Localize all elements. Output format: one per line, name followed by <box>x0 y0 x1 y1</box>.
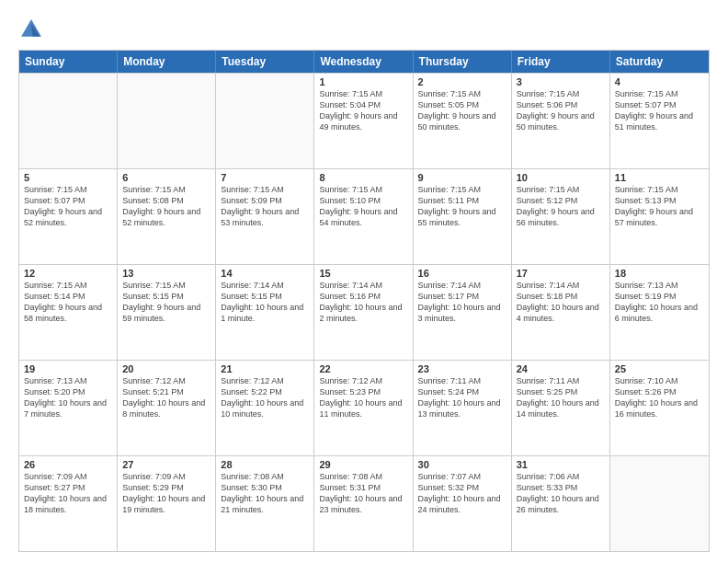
calendar-cell: 28Sunrise: 7:08 AMSunset: 5:30 PMDayligh… <box>216 456 314 551</box>
calendar-cell: 5Sunrise: 7:15 AMSunset: 5:07 PMDaylight… <box>19 169 118 264</box>
calendar-cell: 22Sunrise: 7:12 AMSunset: 5:23 PMDayligh… <box>314 361 413 455</box>
calendar-week-1: 1Sunrise: 7:15 AMSunset: 5:04 PMDaylight… <box>19 73 709 168</box>
day-number: 23 <box>418 363 506 374</box>
calendar-week-4: 19Sunrise: 7:13 AMSunset: 5:20 PMDayligh… <box>19 360 709 455</box>
day-info: Sunrise: 7:14 AMSunset: 5:16 PMDaylight:… <box>319 280 407 325</box>
day-info: Sunrise: 7:15 AMSunset: 5:08 PMDaylight:… <box>122 184 210 229</box>
day-number: 17 <box>517 268 605 279</box>
day-number: 25 <box>615 363 704 374</box>
day-info: Sunrise: 7:14 AMSunset: 5:18 PMDaylight:… <box>517 280 605 325</box>
calendar-body: 1Sunrise: 7:15 AMSunset: 5:04 PMDaylight… <box>19 73 709 551</box>
day-info: Sunrise: 7:13 AMSunset: 5:20 PMDaylight:… <box>24 375 112 420</box>
calendar-cell: 18Sunrise: 7:13 AMSunset: 5:19 PMDayligh… <box>610 265 709 360</box>
day-info: Sunrise: 7:06 AMSunset: 5:33 PMDaylight:… <box>517 471 605 516</box>
calendar: SundayMondayTuesdayWednesdayThursdayFrid… <box>18 50 710 552</box>
calendar-cell <box>19 74 118 168</box>
day-number: 6 <box>122 172 210 183</box>
calendar-cell: 7Sunrise: 7:15 AMSunset: 5:09 PMDaylight… <box>216 169 314 264</box>
day-number: 15 <box>319 268 407 279</box>
day-number: 27 <box>122 459 210 470</box>
calendar-cell: 30Sunrise: 7:07 AMSunset: 5:32 PMDayligh… <box>414 456 512 551</box>
calendar-week-3: 12Sunrise: 7:15 AMSunset: 5:14 PMDayligh… <box>19 264 709 360</box>
calendar-cell: 9Sunrise: 7:15 AMSunset: 5:11 PMDaylight… <box>414 169 512 264</box>
day-number: 9 <box>418 172 506 183</box>
calendar-cell: 29Sunrise: 7:08 AMSunset: 5:31 PMDayligh… <box>314 456 413 551</box>
day-number: 21 <box>221 363 309 374</box>
day-of-week-monday: Monday <box>118 51 216 73</box>
calendar-cell: 23Sunrise: 7:11 AMSunset: 5:24 PMDayligh… <box>414 361 512 455</box>
calendar-cell <box>216 74 314 168</box>
svg-marker-0 <box>21 19 41 37</box>
day-number: 5 <box>24 172 112 183</box>
day-info: Sunrise: 7:14 AMSunset: 5:17 PMDaylight:… <box>418 280 506 325</box>
day-number: 14 <box>221 268 309 279</box>
day-number: 19 <box>24 363 112 374</box>
day-number: 1 <box>319 76 407 87</box>
day-info: Sunrise: 7:15 AMSunset: 5:10 PMDaylight:… <box>319 184 407 229</box>
day-of-week-sunday: Sunday <box>19 51 118 73</box>
day-of-week-tuesday: Tuesday <box>216 51 314 73</box>
day-info: Sunrise: 7:15 AMSunset: 5:15 PMDaylight:… <box>122 280 210 325</box>
day-info: Sunrise: 7:11 AMSunset: 5:25 PMDaylight:… <box>517 375 605 420</box>
day-number: 13 <box>122 268 210 279</box>
day-number: 8 <box>319 172 407 183</box>
calendar-cell: 13Sunrise: 7:15 AMSunset: 5:15 PMDayligh… <box>118 265 216 360</box>
day-info: Sunrise: 7:15 AMSunset: 5:07 PMDaylight:… <box>24 184 112 229</box>
calendar-cell: 15Sunrise: 7:14 AMSunset: 5:16 PMDayligh… <box>314 265 413 360</box>
day-number: 18 <box>615 268 704 279</box>
calendar-cell: 21Sunrise: 7:12 AMSunset: 5:22 PMDayligh… <box>216 361 314 455</box>
day-info: Sunrise: 7:15 AMSunset: 5:13 PMDaylight:… <box>615 184 704 229</box>
calendar-cell: 25Sunrise: 7:10 AMSunset: 5:26 PMDayligh… <box>610 361 709 455</box>
day-info: Sunrise: 7:15 AMSunset: 5:12 PMDaylight:… <box>517 184 605 229</box>
day-info: Sunrise: 7:10 AMSunset: 5:26 PMDaylight:… <box>615 375 704 420</box>
logo <box>18 17 48 42</box>
calendar-cell <box>610 456 709 551</box>
calendar-cell: 3Sunrise: 7:15 AMSunset: 5:06 PMDaylight… <box>512 74 610 168</box>
day-number: 11 <box>615 172 704 183</box>
day-number: 2 <box>418 76 506 87</box>
calendar-cell: 1Sunrise: 7:15 AMSunset: 5:04 PMDaylight… <box>314 74 413 168</box>
calendar-cell: 19Sunrise: 7:13 AMSunset: 5:20 PMDayligh… <box>19 361 118 455</box>
day-info: Sunrise: 7:12 AMSunset: 5:22 PMDaylight:… <box>221 375 309 420</box>
day-number: 10 <box>517 172 605 183</box>
day-info: Sunrise: 7:15 AMSunset: 5:05 PMDaylight:… <box>418 88 506 133</box>
calendar-cell: 27Sunrise: 7:09 AMSunset: 5:29 PMDayligh… <box>118 456 216 551</box>
calendar-cell: 11Sunrise: 7:15 AMSunset: 5:13 PMDayligh… <box>610 169 709 264</box>
day-info: Sunrise: 7:15 AMSunset: 5:04 PMDaylight:… <box>319 88 407 133</box>
day-info: Sunrise: 7:13 AMSunset: 5:19 PMDaylight:… <box>615 280 704 325</box>
day-number: 20 <box>122 363 210 374</box>
day-info: Sunrise: 7:15 AMSunset: 5:14 PMDaylight:… <box>24 280 112 325</box>
calendar-cell: 4Sunrise: 7:15 AMSunset: 5:07 PMDaylight… <box>610 74 709 168</box>
day-number: 4 <box>615 76 704 87</box>
day-info: Sunrise: 7:15 AMSunset: 5:07 PMDaylight:… <box>615 88 704 133</box>
calendar-cell: 10Sunrise: 7:15 AMSunset: 5:12 PMDayligh… <box>512 169 610 264</box>
calendar-cell: 17Sunrise: 7:14 AMSunset: 5:18 PMDayligh… <box>512 265 610 360</box>
calendar-cell: 14Sunrise: 7:14 AMSunset: 5:15 PMDayligh… <box>216 265 314 360</box>
day-info: Sunrise: 7:08 AMSunset: 5:30 PMDaylight:… <box>221 471 309 516</box>
calendar-week-5: 26Sunrise: 7:09 AMSunset: 5:27 PMDayligh… <box>19 455 709 551</box>
calendar-header: SundayMondayTuesdayWednesdayThursdayFrid… <box>19 51 709 73</box>
calendar-cell: 8Sunrise: 7:15 AMSunset: 5:10 PMDaylight… <box>314 169 413 264</box>
calendar-cell <box>118 74 216 168</box>
day-number: 16 <box>418 268 506 279</box>
day-of-week-friday: Friday <box>512 51 610 73</box>
day-info: Sunrise: 7:11 AMSunset: 5:24 PMDaylight:… <box>418 375 506 420</box>
day-info: Sunrise: 7:09 AMSunset: 5:27 PMDaylight:… <box>24 471 112 516</box>
day-number: 26 <box>24 459 112 470</box>
day-info: Sunrise: 7:07 AMSunset: 5:32 PMDaylight:… <box>418 471 506 516</box>
day-number: 12 <box>24 268 112 279</box>
day-number: 3 <box>517 76 605 87</box>
logo-icon <box>18 17 44 42</box>
day-info: Sunrise: 7:09 AMSunset: 5:29 PMDaylight:… <box>122 471 210 516</box>
calendar-cell: 20Sunrise: 7:12 AMSunset: 5:21 PMDayligh… <box>118 361 216 455</box>
day-number: 7 <box>221 172 309 183</box>
day-number: 31 <box>517 459 605 470</box>
calendar-week-2: 5Sunrise: 7:15 AMSunset: 5:07 PMDaylight… <box>19 168 709 264</box>
day-number: 29 <box>319 459 407 470</box>
day-info: Sunrise: 7:15 AMSunset: 5:06 PMDaylight:… <box>517 88 605 133</box>
day-number: 22 <box>319 363 407 374</box>
day-info: Sunrise: 7:14 AMSunset: 5:15 PMDaylight:… <box>221 280 309 325</box>
calendar-cell: 2Sunrise: 7:15 AMSunset: 5:05 PMDaylight… <box>414 74 512 168</box>
calendar-cell: 12Sunrise: 7:15 AMSunset: 5:14 PMDayligh… <box>19 265 118 360</box>
calendar-cell: 24Sunrise: 7:11 AMSunset: 5:25 PMDayligh… <box>512 361 610 455</box>
